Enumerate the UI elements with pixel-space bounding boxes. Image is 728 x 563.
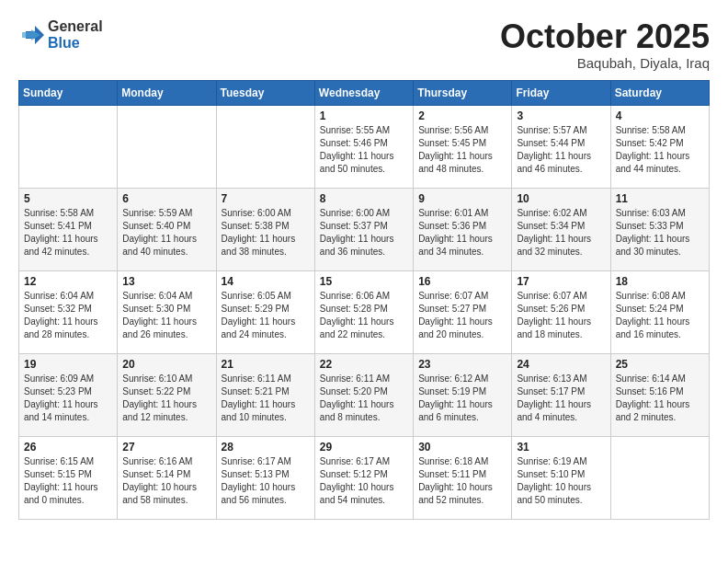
calendar-cell: 25Sunrise: 6:14 AM Sunset: 5:16 PM Dayli… (610, 353, 709, 436)
calendar-cell: 17Sunrise: 6:07 AM Sunset: 5:26 PM Dayli… (512, 270, 610, 353)
day-number: 22 (320, 358, 409, 371)
calendar-cell: 21Sunrise: 6:11 AM Sunset: 5:21 PM Dayli… (216, 353, 314, 436)
calendar-week-row: 5Sunrise: 5:58 AM Sunset: 5:41 PM Daylig… (19, 188, 710, 270)
day-info: Sunrise: 6:08 AM Sunset: 5:24 PM Dayligh… (616, 290, 705, 341)
day-info: Sunrise: 5:56 AM Sunset: 5:45 PM Dayligh… (418, 124, 507, 176)
day-number: 16 (418, 275, 507, 288)
calendar-cell: 30Sunrise: 6:18 AM Sunset: 5:11 PM Dayli… (414, 436, 512, 519)
calendar-cell: 12Sunrise: 6:04 AM Sunset: 5:32 PM Dayli… (19, 270, 118, 353)
day-number: 31 (517, 441, 606, 454)
day-number: 29 (320, 441, 409, 454)
day-number: 7 (222, 192, 311, 205)
day-number: 1 (320, 109, 409, 122)
calendar-cell: 11Sunrise: 6:03 AM Sunset: 5:33 PM Dayli… (610, 188, 709, 270)
day-info: Sunrise: 6:10 AM Sunset: 5:22 PM Dayligh… (122, 373, 211, 424)
day-info: Sunrise: 6:13 AM Sunset: 5:17 PM Dayligh… (517, 373, 606, 424)
day-number: 30 (418, 441, 507, 454)
calendar-cell (216, 105, 314, 188)
day-number: 17 (517, 275, 606, 288)
location-subtitle: Baqubah, Diyala, Iraq (500, 55, 710, 71)
calendar-week-row: 1Sunrise: 5:55 AM Sunset: 5:46 PM Daylig… (19, 105, 710, 188)
day-number: 27 (122, 441, 211, 454)
logo-icon (18, 22, 44, 48)
calendar-cell: 18Sunrise: 6:08 AM Sunset: 5:24 PM Dayli… (610, 270, 709, 353)
day-number: 10 (517, 192, 606, 205)
day-number: 14 (222, 275, 311, 288)
calendar-cell: 27Sunrise: 6:16 AM Sunset: 5:14 PM Dayli… (118, 436, 216, 519)
day-number: 24 (517, 358, 606, 371)
calendar-cell: 4Sunrise: 5:58 AM Sunset: 5:42 PM Daylig… (610, 105, 709, 188)
day-info: Sunrise: 6:01 AM Sunset: 5:36 PM Dayligh… (418, 207, 507, 259)
day-number: 23 (418, 358, 507, 371)
day-info: Sunrise: 6:19 AM Sunset: 5:10 PM Dayligh… (517, 455, 606, 507)
day-info: Sunrise: 6:07 AM Sunset: 5:27 PM Dayligh… (418, 290, 507, 341)
weekday-header-saturday: Saturday (610, 80, 709, 105)
month-title: October 2025 (500, 18, 710, 55)
day-number: 21 (222, 358, 311, 371)
calendar-cell: 19Sunrise: 6:09 AM Sunset: 5:23 PM Dayli… (19, 353, 118, 436)
day-info: Sunrise: 6:11 AM Sunset: 5:21 PM Dayligh… (222, 373, 311, 424)
logo-general-text: General (48, 18, 103, 35)
page-header: General Blue October 2025 Baqubah, Diyal… (18, 18, 710, 71)
calendar-cell: 22Sunrise: 6:11 AM Sunset: 5:20 PM Dayli… (314, 353, 413, 436)
calendar-week-row: 19Sunrise: 6:09 AM Sunset: 5:23 PM Dayli… (19, 353, 710, 436)
day-number: 3 (517, 109, 606, 122)
day-number: 28 (222, 441, 311, 454)
weekday-header-wednesday: Wednesday (314, 80, 413, 105)
day-info: Sunrise: 6:06 AM Sunset: 5:28 PM Dayligh… (320, 290, 409, 341)
day-number: 5 (24, 192, 113, 205)
calendar-cell: 10Sunrise: 6:02 AM Sunset: 5:34 PM Dayli… (512, 188, 610, 270)
logo: General Blue (18, 18, 103, 51)
day-info: Sunrise: 6:17 AM Sunset: 5:12 PM Dayligh… (320, 455, 409, 507)
day-info: Sunrise: 6:00 AM Sunset: 5:37 PM Dayligh… (320, 207, 409, 259)
calendar-cell (118, 105, 216, 188)
day-number: 6 (122, 192, 211, 205)
logo-text: General Blue (48, 18, 103, 51)
calendar-body: 1Sunrise: 5:55 AM Sunset: 5:46 PM Daylig… (19, 105, 710, 519)
calendar-cell: 23Sunrise: 6:12 AM Sunset: 5:19 PM Dayli… (414, 353, 512, 436)
calendar-cell: 14Sunrise: 6:05 AM Sunset: 5:29 PM Dayli… (216, 270, 314, 353)
day-info: Sunrise: 6:04 AM Sunset: 5:30 PM Dayligh… (122, 290, 211, 341)
day-info: Sunrise: 5:55 AM Sunset: 5:46 PM Dayligh… (320, 124, 409, 176)
day-number: 13 (122, 275, 211, 288)
calendar-cell: 2Sunrise: 5:56 AM Sunset: 5:45 PM Daylig… (414, 105, 512, 188)
day-number: 12 (24, 275, 113, 288)
weekday-header-tuesday: Tuesday (216, 80, 314, 105)
weekday-header-thursday: Thursday (414, 80, 512, 105)
weekday-header-row: SundayMondayTuesdayWednesdayThursdayFrid… (19, 80, 710, 105)
day-info: Sunrise: 6:02 AM Sunset: 5:34 PM Dayligh… (517, 207, 606, 259)
day-number: 18 (616, 275, 705, 288)
day-info: Sunrise: 5:57 AM Sunset: 5:44 PM Dayligh… (517, 124, 606, 176)
day-info: Sunrise: 6:04 AM Sunset: 5:32 PM Dayligh… (24, 290, 113, 341)
day-info: Sunrise: 6:18 AM Sunset: 5:11 PM Dayligh… (418, 455, 507, 507)
weekday-header-sunday: Sunday (19, 80, 118, 105)
calendar-header: SundayMondayTuesdayWednesdayThursdayFrid… (19, 80, 710, 105)
calendar-week-row: 26Sunrise: 6:15 AM Sunset: 5:15 PM Dayli… (19, 436, 710, 519)
calendar-cell: 5Sunrise: 5:58 AM Sunset: 5:41 PM Daylig… (19, 188, 118, 270)
day-info: Sunrise: 6:16 AM Sunset: 5:14 PM Dayligh… (122, 455, 211, 507)
calendar-cell: 3Sunrise: 5:57 AM Sunset: 5:44 PM Daylig… (512, 105, 610, 188)
day-info: Sunrise: 6:00 AM Sunset: 5:38 PM Dayligh… (222, 207, 311, 259)
day-number: 8 (320, 192, 409, 205)
day-number: 25 (616, 358, 705, 371)
day-number: 4 (616, 109, 705, 122)
day-info: Sunrise: 6:07 AM Sunset: 5:26 PM Dayligh… (517, 290, 606, 341)
calendar-cell (19, 105, 118, 188)
weekday-header-monday: Monday (118, 80, 216, 105)
day-number: 19 (24, 358, 113, 371)
day-info: Sunrise: 5:58 AM Sunset: 5:42 PM Dayligh… (616, 124, 705, 176)
day-number: 2 (418, 109, 507, 122)
day-number: 26 (24, 441, 113, 454)
calendar-cell: 1Sunrise: 5:55 AM Sunset: 5:46 PM Daylig… (314, 105, 413, 188)
day-info: Sunrise: 6:17 AM Sunset: 5:13 PM Dayligh… (222, 455, 311, 507)
calendar-cell: 26Sunrise: 6:15 AM Sunset: 5:15 PM Dayli… (19, 436, 118, 519)
weekday-header-friday: Friday (512, 80, 610, 105)
calendar-cell: 29Sunrise: 6:17 AM Sunset: 5:12 PM Dayli… (314, 436, 413, 519)
calendar-cell: 13Sunrise: 6:04 AM Sunset: 5:30 PM Dayli… (118, 270, 216, 353)
day-info: Sunrise: 6:14 AM Sunset: 5:16 PM Dayligh… (616, 373, 705, 424)
day-number: 15 (320, 275, 409, 288)
calendar-cell: 7Sunrise: 6:00 AM Sunset: 5:38 PM Daylig… (216, 188, 314, 270)
day-info: Sunrise: 6:15 AM Sunset: 5:15 PM Dayligh… (24, 455, 113, 507)
day-info: Sunrise: 6:09 AM Sunset: 5:23 PM Dayligh… (24, 373, 113, 424)
calendar-cell: 15Sunrise: 6:06 AM Sunset: 5:28 PM Dayli… (314, 270, 413, 353)
